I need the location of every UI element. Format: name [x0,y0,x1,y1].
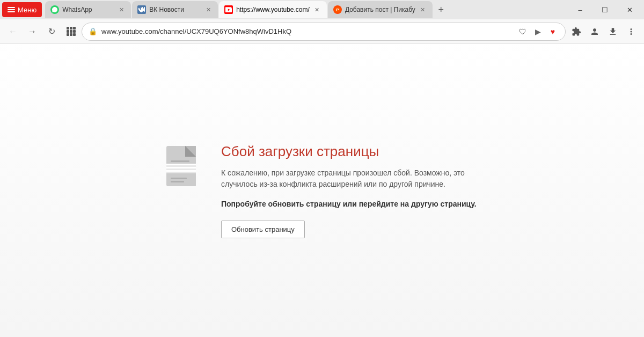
tab-youtube-close[interactable]: ✕ [313,5,321,14]
forward-button[interactable]: → [24,23,41,40]
error-container: Сбой загрузки страницы К сожалению, при … [161,143,483,238]
extensions-button[interactable] [568,23,585,40]
nav-right-controls [568,23,640,40]
tab-bar: Меню WhatsApp ✕ ВК Новости ✕ https://www… [0,0,644,19]
tab-pikabo-close[interactable]: ✕ [419,5,427,14]
menu-icon [8,7,15,12]
minimize-button[interactable]: – [568,0,592,19]
error-hint: Попробуйте обновить страницу или перейди… [221,199,483,210]
svg-rect-7 [171,160,189,162]
tab-youtube[interactable]: https://www.youtube.com/ ✕ [219,1,327,18]
svg-rect-8 [171,178,187,179]
tab-whatsapp-close[interactable]: ✕ [117,5,126,14]
tab-youtube-label: https://www.youtube.com/ [236,6,310,13]
favorite-icon[interactable]: ♥ [547,26,559,38]
error-description: К сожалению, при загрузке страницы произ… [221,167,483,190]
download-button[interactable] [604,23,621,40]
grid-icon [67,27,76,36]
shield-icon[interactable]: 🛡 [517,26,529,38]
menu-dots-button[interactable] [623,23,640,40]
new-tab-button[interactable]: + [434,2,449,17]
tab-whatsapp[interactable]: WhatsApp ✕ [45,1,131,18]
apps-button[interactable] [62,23,79,40]
error-icon [161,143,204,194]
error-title: Сбой загрузки страницы [221,143,483,160]
tab-vk-close[interactable]: ✕ [204,5,213,14]
share-icon[interactable]: ▶ [532,26,544,38]
maximize-button[interactable]: ☐ [592,0,617,19]
refresh-page-button[interactable]: Обновить страницу [221,221,305,238]
svg-rect-6 [167,173,196,186]
whatsapp-favicon [50,5,59,14]
svg-rect-3 [166,164,196,165]
svg-rect-4 [166,167,196,169]
svg-rect-5 [166,170,196,172]
browser-frame: Меню WhatsApp ✕ ВК Новости ✕ https://www… [0,0,644,337]
tab-vk[interactable]: ВК Новости ✕ [132,1,218,18]
url-input[interactable] [101,27,513,35]
menu-label: Меню [18,6,36,14]
tab-whatsapp-label: WhatsApp [62,6,114,13]
menu-button[interactable]: Меню [2,2,42,17]
profile-button[interactable] [586,23,603,40]
page-content: Сбой загрузки страницы К сожалению, при … [0,44,644,337]
address-bar[interactable]: 🔒 🛡 ▶ ♥ [82,23,566,41]
pikabo-favicon: P [333,5,342,14]
tab-pikabo[interactable]: P Добавить пост | Пикабу ✕ [328,1,433,18]
address-bar-icons: 🛡 ▶ ♥ [517,26,559,38]
window-controls: – ☐ ✕ [568,0,642,19]
refresh-button[interactable]: ↻ [43,23,60,40]
svg-rect-9 [171,181,184,182]
close-button[interactable]: ✕ [617,0,642,19]
nav-bar: ← → ↻ 🔒 🛡 ▶ ♥ [0,19,644,44]
error-text-container: Сбой загрузки страницы К сожалению, при … [221,143,483,238]
vk-favicon [137,5,146,14]
lock-icon: 🔒 [89,27,97,35]
tab-vk-label: ВК Новости [149,6,201,13]
back-button[interactable]: ← [4,23,21,40]
tab-pikabo-label: Добавить пост | Пикабу [345,6,415,13]
youtube-favicon [224,5,233,14]
